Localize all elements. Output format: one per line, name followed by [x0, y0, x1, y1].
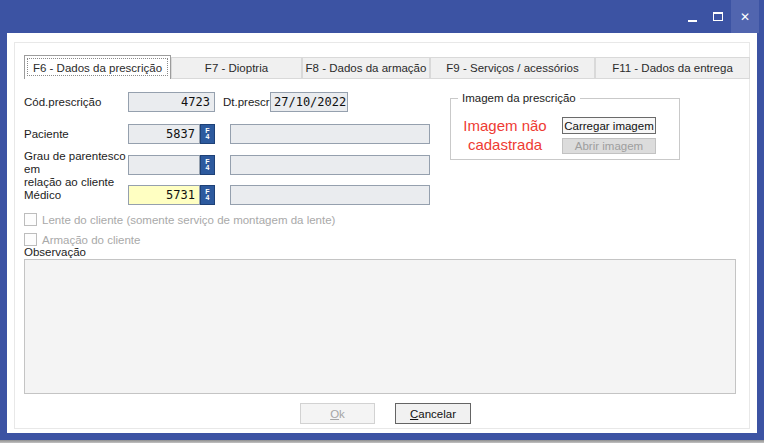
dt-prescricao-field[interactable]: 27/10/2022: [270, 92, 348, 112]
armacao-do-cliente-checkbox: [24, 233, 37, 246]
parentesco-code-field[interactable]: [128, 155, 200, 175]
imagem-status-text: Imagem não cadastrada: [452, 116, 558, 154]
cod-prescricao-field: 4723: [128, 92, 215, 112]
close-button[interactable]: ✕: [731, 0, 759, 33]
medico-code-field[interactable]: 5731: [128, 185, 200, 205]
parentesco-lookup-button[interactable]: F 4: [200, 155, 215, 175]
minimize-button[interactable]: [679, 0, 705, 33]
maximize-icon: [713, 12, 723, 21]
f4-key-icon: 4: [206, 134, 210, 140]
abrir-imagem-button: Abrir imagem: [562, 138, 656, 154]
observacao-textarea[interactable]: [24, 259, 736, 394]
cancel-label-rest: ancelar: [418, 408, 456, 420]
medico-lookup-button[interactable]: F 4: [200, 185, 215, 205]
tab-dados-da-entrega[interactable]: F11 - Dados da entrega: [595, 57, 750, 79]
ok-button: Ok: [300, 403, 375, 424]
paciente-label: Paciente: [24, 128, 69, 141]
imagem-prescricao-title: Imagem da prescrição: [458, 92, 580, 104]
minimize-icon: [688, 20, 697, 22]
medico-name-field: [230, 185, 430, 205]
f4-key-icon: 4: [206, 195, 210, 201]
lente-do-cliente-checkbox: [24, 213, 37, 226]
paciente-code-field[interactable]: 5837: [128, 124, 200, 144]
paciente-lookup-button[interactable]: F 4: [200, 124, 215, 144]
titlebar: ✕: [0, 0, 764, 33]
ok-mnemonic: O: [330, 408, 339, 420]
armacao-do-cliente-label: Armação do cliente: [42, 234, 140, 246]
parentesco-label: Grau de parentesco em relação ao cliente: [24, 150, 136, 189]
medico-label: Médico: [24, 189, 61, 202]
cod-prescricao-label: Cód.prescrição: [24, 96, 101, 109]
tab-dioptria[interactable]: F7 - Dioptria: [171, 57, 302, 79]
observacao-label: Observação: [24, 246, 86, 259]
carregar-imagem-button[interactable]: Carregar imagem: [562, 117, 656, 134]
f4-key-icon: 4: [206, 165, 210, 171]
prescription-dialog: ✕ F6 - Dados da prescrição F7 - Dioptria…: [0, 0, 764, 443]
lente-do-cliente-label: Lente do cliente (somente serviço de mon…: [42, 214, 335, 226]
close-icon: ✕: [740, 11, 750, 23]
tab-dados-da-prescricao[interactable]: F6 - Dados da prescrição: [24, 55, 171, 79]
ok-label-rest: k: [339, 408, 345, 420]
tab-servicos-acessorios[interactable]: F9 - Serviços / acessórios: [430, 57, 595, 79]
paciente-name-field: [230, 124, 430, 144]
parentesco-name-field: [230, 155, 430, 175]
cancel-button[interactable]: Cancelar: [395, 403, 471, 424]
maximize-button[interactable]: [705, 0, 731, 33]
tab-dados-da-armacao[interactable]: F8 - Dados da armação: [302, 57, 430, 79]
